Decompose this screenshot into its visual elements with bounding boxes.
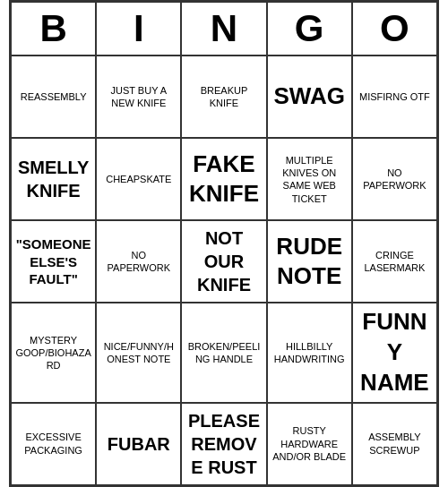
bingo-cell-12: NOT OUR KNIFE xyxy=(181,220,266,303)
bingo-header: BINGO xyxy=(11,2,437,56)
bingo-cell-0: REASSEMBLY xyxy=(11,56,96,138)
bingo-cell-11: NO PAPERWORK xyxy=(96,220,181,303)
bingo-cell-15: MYSTERY GOOP/BIOHAZARD xyxy=(11,303,96,402)
bingo-cell-19: FUNNY NAME xyxy=(352,303,437,402)
bingo-cell-10: "SOMEONE ELSE'S FAULT" xyxy=(11,220,96,303)
cell-text-0: REASSEMBLY xyxy=(21,90,87,103)
bingo-cell-20: EXCESSIVE PACKAGING xyxy=(11,403,96,485)
bingo-cell-18: HILLBILLY HANDWRITING xyxy=(267,303,352,402)
cell-text-9: NO PAPERWORK xyxy=(357,167,433,192)
bingo-cell-22: PLEASE REMOVE RUST xyxy=(181,403,266,485)
bingo-cell-8: MULTIPLE KNIVES ON SAME WEB TICKET xyxy=(267,138,352,220)
cell-text-12: NOT OUR KNIFE xyxy=(185,226,262,296)
bingo-cell-4: MISFIRNG OTF xyxy=(352,56,437,138)
cell-text-23: RUSTY HARDWARE AND/OR BLADE xyxy=(271,424,348,463)
bingo-cell-2: BREAKUP KNIFE xyxy=(181,56,266,138)
bingo-cell-5: SMELLY KNIFE xyxy=(11,138,96,220)
cell-text-16: NICE/FUNNY/HONEST NOTE xyxy=(100,340,177,366)
bingo-grid: REASSEMBLYJUST BUY A NEW KNIFEBREAKUP KN… xyxy=(11,56,437,484)
cell-text-22: PLEASE REMOVE RUST xyxy=(185,409,262,479)
bingo-cell-13: RUDE NOTE xyxy=(267,220,352,303)
bingo-cell-17: BROKEN/PEELING HANDLE xyxy=(181,303,266,402)
bingo-cell-1: JUST BUY A NEW KNIFE xyxy=(96,56,181,138)
bingo-cell-6: CHEAPSKATE xyxy=(96,138,181,220)
cell-text-19: FUNNY NAME xyxy=(357,307,433,397)
bingo-letter-O: O xyxy=(352,2,437,56)
cell-text-21: FUBAR xyxy=(108,432,170,456)
bingo-cell-21: FUBAR xyxy=(96,403,181,485)
cell-text-4: MISFIRNG OTF xyxy=(359,90,430,103)
cell-text-14: CRINGE LASERMARK xyxy=(357,249,433,275)
cell-text-17: BROKEN/PEELING HANDLE xyxy=(185,340,262,366)
cell-text-8: MULTIPLE KNIVES ON SAME WEB TICKET xyxy=(271,154,348,205)
bingo-letter-I: I xyxy=(96,2,181,56)
bingo-cell-16: NICE/FUNNY/HONEST NOTE xyxy=(96,303,181,402)
bingo-cell-24: ASSEMBLY SCREWUP xyxy=(352,403,437,485)
bingo-card: BINGO REASSEMBLYJUST BUY A NEW KNIFEBREA… xyxy=(9,0,439,486)
cell-text-11: NO PAPERWORK xyxy=(100,249,177,275)
bingo-letter-B: B xyxy=(11,2,96,56)
cell-text-3: SWAG xyxy=(273,81,344,112)
cell-text-10: "SOMEONE ELSE'S FAULT" xyxy=(15,235,91,288)
bingo-letter-N: N xyxy=(181,2,266,56)
bingo-cell-23: RUSTY HARDWARE AND/OR BLADE xyxy=(267,403,352,485)
cell-text-20: EXCESSIVE PACKAGING xyxy=(15,431,91,457)
cell-text-5: SMELLY KNIFE xyxy=(15,156,91,202)
cell-text-1: JUST BUY A NEW KNIFE xyxy=(100,84,177,110)
cell-text-24: ASSEMBLY SCREWUP xyxy=(357,431,433,457)
bingo-cell-9: NO PAPERWORK xyxy=(352,138,437,220)
cell-text-18: HILLBILLY HANDWRITING xyxy=(271,340,348,366)
cell-text-6: CHEAPSKATE xyxy=(106,173,171,185)
bingo-cell-3: SWAG xyxy=(267,56,352,138)
cell-text-13: RUDE NOTE xyxy=(271,232,348,293)
bingo-cell-7: FAKE KNIFE xyxy=(181,138,266,220)
cell-text-2: BREAKUP KNIFE xyxy=(185,84,262,110)
cell-text-7: FAKE KNIFE xyxy=(185,150,262,210)
bingo-letter-G: G xyxy=(267,2,352,56)
bingo-cell-14: CRINGE LASERMARK xyxy=(352,220,437,303)
cell-text-15: MYSTERY GOOP/BIOHAZARD xyxy=(15,334,91,372)
